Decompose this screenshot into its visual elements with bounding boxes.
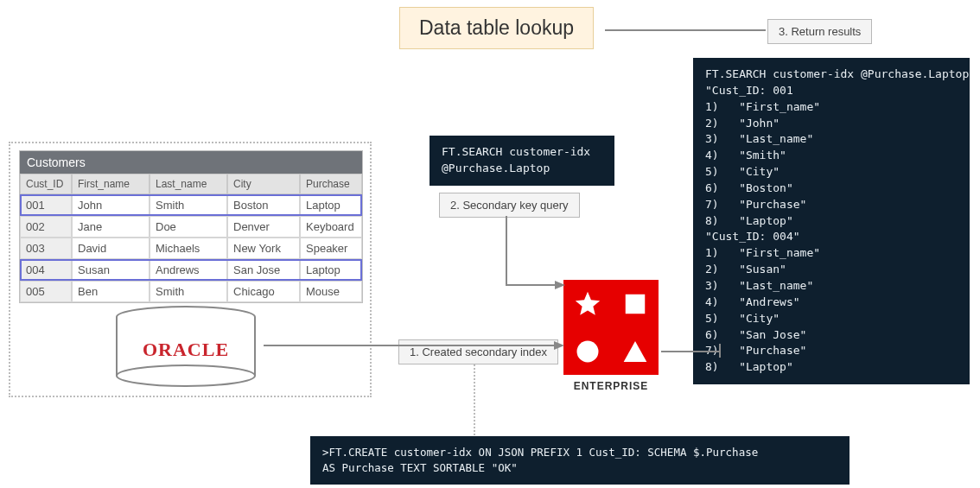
table-row: 002 Jane Doe Denver Keyboard [20,216,362,238]
arrow-query-to-redis [501,216,570,302]
svg-marker-8 [623,341,646,362]
table-row: 005 Ben Smith Chicago Mouse [20,281,362,302]
step-1-label: 1. Created secondary index [398,339,558,364]
star-icon [573,289,602,319]
triangle-icon [621,338,649,365]
col-purchase: Purchase [300,174,362,194]
step-3-label: 3. Return results [767,19,872,44]
col-city: City [227,174,300,194]
col-first-name: First_name [72,174,150,194]
table-row: 001 John Smith Boston Laptop [20,194,362,216]
oracle-label: ORACLE [121,339,251,361]
svg-marker-5 [575,291,599,314]
svg-point-4 [117,365,255,386]
svg-point-7 [576,340,598,362]
table-title: Customers [20,151,362,174]
col-last-name: Last_name [150,174,227,194]
table-header: Cust_ID First_name Last_name City Purcha… [20,174,362,194]
step-2-label: 2. Secondary key query [439,193,580,218]
svg-rect-6 [625,294,645,314]
table-row: 004 Susan Andrews San Jose Laptop [20,259,362,281]
square-icon [622,291,648,317]
connector [605,26,769,35]
return-results-code: FT.SEARCH customer-idx @Purchase.Laptop … [693,58,970,384]
circle-icon [575,339,601,364]
table-row: 003 David Michaels New York Speaker [20,238,362,259]
secondary-key-query-code: FT.SEARCH customer-idx @Purchase.Laptop [430,136,614,186]
create-index-code: >FT.CREATE customer-idx ON JSON PREFIX 1… [310,436,850,485]
connector-dotted [474,364,475,435]
diagram-title: Data table lookup [399,7,594,49]
redis-enterprise-icon [563,280,659,375]
redis-label: ENTERPRISE [563,380,659,392]
col-cust-id: Cust_ID [20,174,72,194]
customers-table: Customers Cust_ID First_name Last_name C… [19,150,363,303]
